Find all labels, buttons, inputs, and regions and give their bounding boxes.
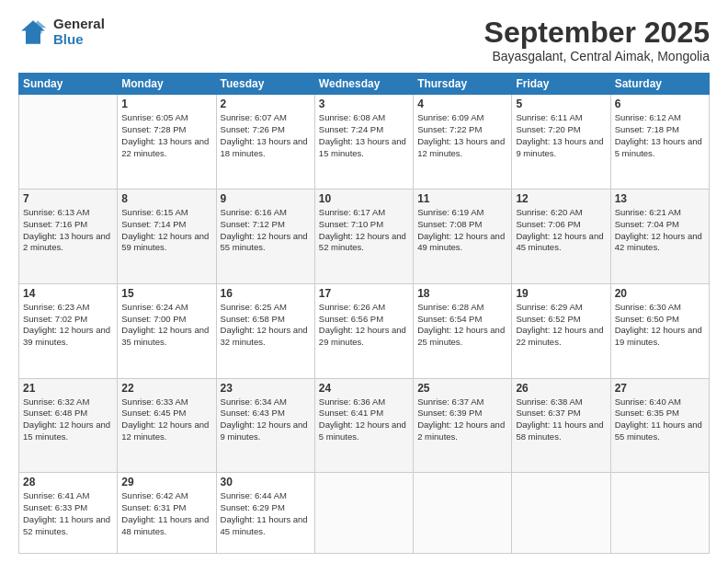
- day-number: 11: [417, 192, 507, 205]
- calendar-day-cell: 17Sunrise: 6:26 AM Sunset: 6:56 PM Dayli…: [314, 283, 413, 378]
- day-info: Sunrise: 6:21 AM Sunset: 7:04 PM Dayligh…: [615, 207, 705, 254]
- logo-icon: [18, 17, 48, 47]
- day-number: 20: [615, 287, 705, 300]
- header-saturday: Saturday: [610, 74, 709, 95]
- day-number: 22: [121, 382, 211, 395]
- day-info: Sunrise: 6:20 AM Sunset: 7:06 PM Dayligh…: [516, 207, 606, 254]
- day-number: 30: [221, 476, 311, 488]
- day-number: 7: [23, 192, 113, 205]
- calendar-table: Sunday Monday Tuesday Wednesday Thursday…: [18, 73, 710, 554]
- calendar-day-cell: 27Sunrise: 6:40 AM Sunset: 6:35 PM Dayli…: [610, 378, 709, 473]
- calendar-day-cell: [512, 473, 610, 554]
- day-info: Sunrise: 6:34 AM Sunset: 6:43 PM Dayligh…: [221, 396, 311, 443]
- calendar-day-cell: 11Sunrise: 6:19 AM Sunset: 7:08 PM Dayli…: [414, 189, 512, 283]
- day-info: Sunrise: 6:29 AM Sunset: 6:52 PM Dayligh…: [516, 302, 606, 349]
- logo-text: General Blue: [53, 17, 105, 47]
- day-info: Sunrise: 6:25 AM Sunset: 6:58 PM Dayligh…: [221, 302, 311, 349]
- day-number: 27: [615, 382, 705, 395]
- month-title: September 2025: [484, 17, 710, 49]
- day-number: 18: [417, 287, 507, 300]
- calendar-day-cell: 29Sunrise: 6:42 AM Sunset: 6:31 PM Dayli…: [118, 473, 216, 554]
- day-info: Sunrise: 6:33 AM Sunset: 6:45 PM Dayligh…: [121, 396, 211, 443]
- calendar-day-cell: 24Sunrise: 6:36 AM Sunset: 6:41 PM Dayli…: [314, 378, 413, 473]
- day-info: Sunrise: 6:15 AM Sunset: 7:14 PM Dayligh…: [121, 207, 211, 254]
- calendar-day-cell: 19Sunrise: 6:29 AM Sunset: 6:52 PM Dayli…: [512, 283, 610, 378]
- logo-blue-label: Blue: [53, 32, 105, 48]
- calendar-day-cell: 2Sunrise: 6:07 AM Sunset: 7:26 PM Daylig…: [216, 95, 314, 190]
- day-info: Sunrise: 6:11 AM Sunset: 7:20 PM Dayligh…: [516, 112, 606, 159]
- header-wednesday: Wednesday: [314, 74, 413, 95]
- header-friday: Friday: [512, 74, 610, 95]
- title-block: September 2025 Bayasgalant, Central Aima…: [484, 17, 710, 63]
- calendar-week-row: 21Sunrise: 6:32 AM Sunset: 6:48 PM Dayli…: [19, 378, 710, 473]
- day-number: 13: [615, 192, 705, 205]
- day-number: 9: [221, 192, 311, 205]
- day-info: Sunrise: 6:08 AM Sunset: 7:24 PM Dayligh…: [319, 112, 409, 159]
- day-number: 25: [417, 382, 507, 395]
- calendar-day-cell: 25Sunrise: 6:37 AM Sunset: 6:39 PM Dayli…: [414, 378, 512, 473]
- calendar-day-cell: 10Sunrise: 6:17 AM Sunset: 7:10 PM Dayli…: [314, 189, 413, 283]
- day-info: Sunrise: 6:23 AM Sunset: 7:02 PM Dayligh…: [23, 302, 113, 349]
- day-number: 3: [319, 98, 409, 110]
- header-sunday: Sunday: [19, 74, 118, 95]
- day-info: Sunrise: 6:16 AM Sunset: 7:12 PM Dayligh…: [221, 207, 311, 254]
- calendar-week-row: 1Sunrise: 6:05 AM Sunset: 7:28 PM Daylig…: [19, 95, 710, 190]
- calendar-day-cell: 23Sunrise: 6:34 AM Sunset: 6:43 PM Dayli…: [216, 378, 314, 473]
- day-info: Sunrise: 6:30 AM Sunset: 6:50 PM Dayligh…: [615, 302, 705, 349]
- calendar-day-cell: 12Sunrise: 6:20 AM Sunset: 7:06 PM Dayli…: [512, 189, 610, 283]
- calendar-week-row: 7Sunrise: 6:13 AM Sunset: 7:16 PM Daylig…: [19, 189, 710, 283]
- header-thursday: Thursday: [414, 74, 512, 95]
- day-info: Sunrise: 6:07 AM Sunset: 7:26 PM Dayligh…: [221, 112, 311, 159]
- calendar-day-cell: 3Sunrise: 6:08 AM Sunset: 7:24 PM Daylig…: [314, 95, 413, 190]
- day-number: 24: [319, 382, 409, 395]
- calendar-day-cell: [19, 95, 118, 190]
- header: General Blue September 2025 Bayasgalant,…: [18, 17, 710, 63]
- header-tuesday: Tuesday: [216, 74, 314, 95]
- day-number: 19: [516, 287, 606, 300]
- calendar-day-cell: 4Sunrise: 6:09 AM Sunset: 7:22 PM Daylig…: [414, 95, 512, 190]
- page: General Blue September 2025 Bayasgalant,…: [0, 0, 728, 563]
- day-info: Sunrise: 6:26 AM Sunset: 6:56 PM Dayligh…: [319, 302, 409, 349]
- day-info: Sunrise: 6:24 AM Sunset: 7:00 PM Dayligh…: [121, 302, 211, 349]
- day-info: Sunrise: 6:12 AM Sunset: 7:18 PM Dayligh…: [615, 112, 705, 159]
- calendar-day-cell: 6Sunrise: 6:12 AM Sunset: 7:18 PM Daylig…: [610, 95, 709, 190]
- day-info: Sunrise: 6:40 AM Sunset: 6:35 PM Dayligh…: [615, 396, 705, 443]
- day-info: Sunrise: 6:19 AM Sunset: 7:08 PM Dayligh…: [417, 207, 507, 254]
- day-number: 2: [221, 98, 311, 110]
- calendar-day-cell: 9Sunrise: 6:16 AM Sunset: 7:12 PM Daylig…: [216, 189, 314, 283]
- day-info: Sunrise: 6:05 AM Sunset: 7:28 PM Dayligh…: [121, 112, 211, 159]
- day-info: Sunrise: 6:13 AM Sunset: 7:16 PM Dayligh…: [23, 207, 113, 254]
- day-number: 29: [121, 476, 211, 488]
- calendar-day-cell: 14Sunrise: 6:23 AM Sunset: 7:02 PM Dayli…: [19, 283, 118, 378]
- calendar-day-cell: 15Sunrise: 6:24 AM Sunset: 7:00 PM Dayli…: [118, 283, 216, 378]
- day-info: Sunrise: 6:44 AM Sunset: 6:29 PM Dayligh…: [221, 490, 311, 537]
- calendar-day-cell: 16Sunrise: 6:25 AM Sunset: 6:58 PM Dayli…: [216, 283, 314, 378]
- day-number: 5: [516, 98, 606, 110]
- calendar-week-row: 28Sunrise: 6:41 AM Sunset: 6:33 PM Dayli…: [19, 473, 710, 554]
- calendar-week-row: 14Sunrise: 6:23 AM Sunset: 7:02 PM Dayli…: [19, 283, 710, 378]
- location-subtitle: Bayasgalant, Central Aimak, Mongolia: [484, 49, 710, 63]
- day-number: 16: [221, 287, 311, 300]
- day-number: 23: [221, 382, 311, 395]
- calendar-day-cell: 28Sunrise: 6:41 AM Sunset: 6:33 PM Dayli…: [19, 473, 118, 554]
- day-number: 8: [121, 192, 211, 205]
- day-number: 21: [23, 382, 113, 395]
- calendar-day-cell: 1Sunrise: 6:05 AM Sunset: 7:28 PM Daylig…: [118, 95, 216, 190]
- day-info: Sunrise: 6:41 AM Sunset: 6:33 PM Dayligh…: [23, 490, 113, 537]
- calendar-day-cell: [314, 473, 413, 554]
- day-info: Sunrise: 6:28 AM Sunset: 6:54 PM Dayligh…: [417, 302, 507, 349]
- day-number: 17: [319, 287, 409, 300]
- header-monday: Monday: [118, 74, 216, 95]
- day-info: Sunrise: 6:09 AM Sunset: 7:22 PM Dayligh…: [417, 112, 507, 159]
- logo: General Blue: [18, 17, 105, 47]
- day-info: Sunrise: 6:32 AM Sunset: 6:48 PM Dayligh…: [23, 396, 113, 443]
- calendar-day-cell: 21Sunrise: 6:32 AM Sunset: 6:48 PM Dayli…: [19, 378, 118, 473]
- calendar-day-cell: 30Sunrise: 6:44 AM Sunset: 6:29 PM Dayli…: [216, 473, 314, 554]
- calendar-day-cell: 18Sunrise: 6:28 AM Sunset: 6:54 PM Dayli…: [414, 283, 512, 378]
- day-number: 4: [417, 98, 507, 110]
- calendar-day-cell: 7Sunrise: 6:13 AM Sunset: 7:16 PM Daylig…: [19, 189, 118, 283]
- day-info: Sunrise: 6:38 AM Sunset: 6:37 PM Dayligh…: [516, 396, 606, 443]
- logo-general-label: General: [53, 17, 105, 32]
- day-number: 6: [615, 98, 705, 110]
- day-number: 1: [121, 98, 211, 110]
